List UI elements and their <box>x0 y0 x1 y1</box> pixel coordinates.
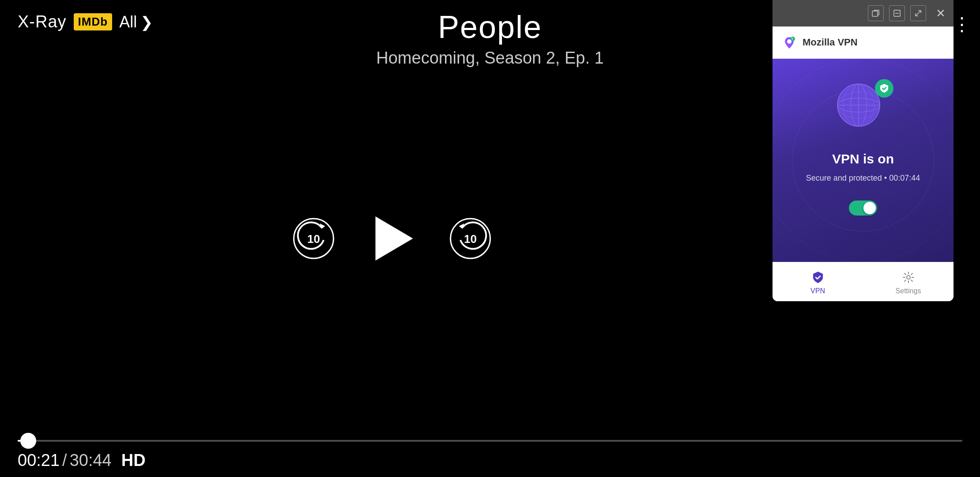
imdb-badge[interactable]: IMDb <box>74 13 113 30</box>
show-title: People <box>376 9 603 45</box>
vpn-window-restore-button[interactable] <box>868 5 884 21</box>
vpn-status-text: VPN is on <box>832 151 894 167</box>
svg-rect-4 <box>872 11 878 16</box>
vpn-close-button[interactable]: ✕ <box>933 6 948 21</box>
time-separator: / <box>62 451 67 470</box>
svg-line-8 <box>918 11 921 13</box>
time-display: 00:21 / 30:44 HD <box>18 451 146 470</box>
replay-forward-button[interactable]: 10 <box>449 216 493 261</box>
progress-thumb[interactable] <box>20 433 36 449</box>
replay-forward-label: 10 <box>464 232 477 246</box>
progress-track[interactable] <box>18 440 962 442</box>
mozilla-vpn-logo-icon <box>781 34 797 50</box>
play-button[interactable] <box>376 216 413 261</box>
vpn-tab-icon <box>811 270 825 284</box>
svg-point-20 <box>907 276 910 279</box>
vpn-header-title: Mozilla VPN <box>803 37 858 48</box>
vpn-window-minimize-button[interactable] <box>889 5 905 21</box>
title-section: People Homecoming, Season 2, Ep. 1 <box>376 9 603 68</box>
show-subtitle: Homecoming, Season 2, Ep. 1 <box>376 49 603 68</box>
vpn-popup: ✕ Mozilla VPN <box>773 0 954 301</box>
shield-badge-icon <box>875 79 893 98</box>
vpn-tab-vpn-label: VPN <box>810 287 825 295</box>
chevron-right-icon: ❯ <box>140 13 153 31</box>
playback-controls: 10 10 <box>292 216 493 261</box>
vpn-toggle-container <box>849 201 877 216</box>
xray-label: X-Ray <box>18 12 67 31</box>
vpn-main-card: VPN is on Secure and protected • 00:07:4… <box>773 59 954 262</box>
vpn-titlebar: ✕ <box>773 0 954 26</box>
vpn-tab-settings[interactable]: Settings <box>863 262 954 301</box>
vpn-window-expand-button[interactable] <box>910 5 926 21</box>
vpn-status-detail: Secure and protected • 00:07:44 <box>806 174 920 183</box>
settings-icon <box>901 270 916 284</box>
replay-back-label: 10 <box>307 232 320 246</box>
svg-point-10 <box>787 39 792 44</box>
xray-section: X-Ray IMDb All ❯ <box>18 12 153 31</box>
vpn-toggle[interactable] <box>849 201 877 216</box>
more-options-button[interactable]: ⋮ <box>953 13 971 35</box>
vpn-tab-settings-label: Settings <box>896 287 921 295</box>
all-button[interactable]: All ❯ <box>119 13 153 31</box>
all-label: All <box>119 13 137 31</box>
vpn-tab-vpn[interactable]: VPN <box>773 262 863 301</box>
current-time: 00:21 <box>18 451 60 470</box>
vpn-toggle-thumb <box>863 202 876 214</box>
vpn-footer: VPN Settings <box>773 262 954 301</box>
progress-bar-container[interactable] <box>0 440 980 442</box>
replay-back-button[interactable]: 10 <box>292 216 336 261</box>
svg-line-7 <box>916 13 918 16</box>
hd-badge: HD <box>121 451 146 470</box>
vpn-header: Mozilla VPN <box>773 26 954 59</box>
vpn-globe-container <box>834 81 892 138</box>
total-time: 30:44 <box>70 451 112 470</box>
